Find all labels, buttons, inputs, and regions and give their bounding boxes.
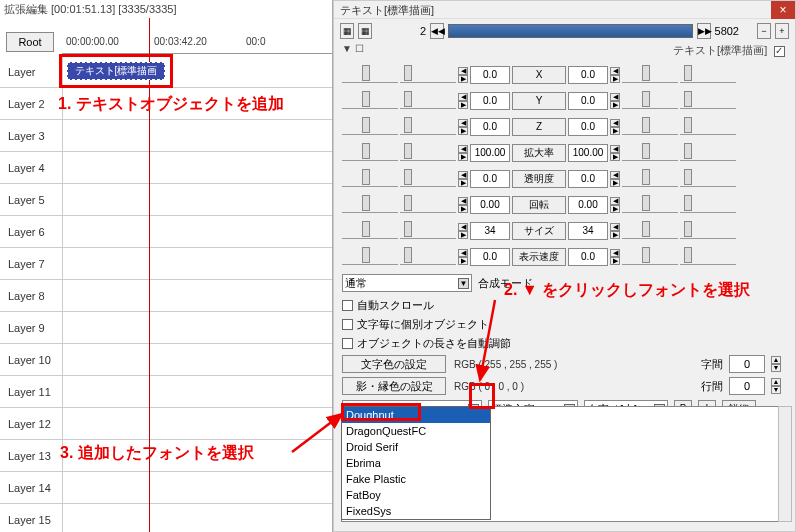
spinner[interactable]: ◀▶: [610, 249, 620, 265]
value-left[interactable]: 0.0: [470, 170, 510, 188]
text-clip[interactable]: テキスト[標準描画: [67, 62, 165, 80]
close-button[interactable]: ×: [771, 1, 795, 19]
layer-label[interactable]: Layer 14: [8, 476, 56, 500]
value-right[interactable]: 34: [568, 222, 608, 240]
spinner[interactable]: ◀▶: [610, 145, 620, 161]
frame-slider[interactable]: [448, 24, 693, 38]
layer-label[interactable]: Layer 5: [8, 188, 56, 212]
slider-left[interactable]: [342, 249, 398, 265]
shadow-color-button[interactable]: 影・縁色の設定: [342, 377, 446, 395]
slider-right[interactable]: [622, 67, 678, 83]
layer-label[interactable]: Layer 4: [8, 156, 56, 180]
spinner[interactable]: ◀▶: [458, 171, 468, 187]
slider-left[interactable]: [342, 223, 398, 239]
slider-left2[interactable]: [400, 223, 456, 239]
slider-left[interactable]: [342, 67, 398, 83]
checkbox[interactable]: [342, 300, 353, 311]
value-left[interactable]: 34: [470, 222, 510, 240]
layer-track[interactable]: [62, 440, 332, 471]
checkbox[interactable]: [342, 338, 353, 349]
layer-label[interactable]: Layer 15: [8, 508, 56, 532]
spinner[interactable]: ◀▶: [458, 145, 468, 161]
layer-track[interactable]: [62, 376, 332, 407]
slider-left[interactable]: [342, 197, 398, 213]
slider-left2[interactable]: [400, 145, 456, 161]
spinner[interactable]: ◀▶: [458, 197, 468, 213]
layer-track[interactable]: [62, 184, 332, 215]
layer-track[interactable]: [62, 216, 332, 247]
font-option[interactable]: Ebrima: [342, 455, 490, 471]
layer-label[interactable]: Layer 8: [8, 284, 56, 308]
slider-right2[interactable]: [680, 249, 736, 265]
section-enable-checkbox[interactable]: [774, 46, 785, 57]
slider-right[interactable]: [622, 171, 678, 187]
font-option[interactable]: DragonQuestFC: [342, 423, 490, 439]
layer-label[interactable]: Layer 11: [8, 380, 56, 404]
value-left[interactable]: 0.0: [470, 66, 510, 84]
slider-left2[interactable]: [400, 93, 456, 109]
text-scrollbar[interactable]: [778, 406, 792, 522]
param-button[interactable]: 拡大率: [512, 144, 566, 162]
slider-right2[interactable]: [680, 119, 736, 135]
layer-label[interactable]: Layer 12: [8, 412, 56, 436]
layer-track[interactable]: [62, 344, 332, 375]
layer-track[interactable]: [62, 472, 332, 503]
toolbar-icon-1[interactable]: ▦: [340, 23, 354, 39]
text-color-button[interactable]: 文字色の設定: [342, 355, 446, 373]
frame-minus[interactable]: −: [757, 23, 771, 39]
toolbar-icon-2[interactable]: ▦: [358, 23, 372, 39]
layer-label[interactable]: Layer 9: [8, 316, 56, 340]
layer-label[interactable]: Layer 6: [8, 220, 56, 244]
font-option[interactable]: Doughnut: [342, 407, 490, 423]
slider-left[interactable]: [342, 145, 398, 161]
spinner[interactable]: ◀▶: [458, 67, 468, 83]
root-button[interactable]: Root: [6, 32, 54, 52]
layer-track[interactable]: [62, 152, 332, 183]
spinner[interactable]: ◀▶: [458, 119, 468, 135]
font-option[interactable]: Droid Serif: [342, 439, 490, 455]
layer-track[interactable]: [62, 120, 332, 151]
slider-left2[interactable]: [400, 171, 456, 187]
layer-label[interactable]: Layer 3: [8, 124, 56, 148]
font-option[interactable]: FixedSys: [342, 503, 490, 519]
frame-prev-fast[interactable]: ◀◀: [430, 23, 444, 39]
spinner[interactable]: ◀▶: [458, 249, 468, 265]
value-right[interactable]: 0.00: [568, 196, 608, 214]
slider-left[interactable]: [342, 93, 398, 109]
layer-track[interactable]: [62, 280, 332, 311]
line-spinner[interactable]: ▲▼: [771, 378, 781, 394]
font-dropdown-list[interactable]: DoughnutDragonQuestFCDroid SerifEbrimaFa…: [341, 406, 491, 520]
timeline-ruler[interactable]: 00:00:00.00 00:03:42.20 00:0: [62, 32, 332, 54]
line-input[interactable]: 0: [729, 377, 765, 395]
slider-right[interactable]: [622, 197, 678, 213]
value-left[interactable]: 0.0: [470, 248, 510, 266]
slider-left[interactable]: [342, 119, 398, 135]
layer-label[interactable]: Layer 7: [8, 252, 56, 276]
slider-right2[interactable]: [680, 93, 736, 109]
layer-label[interactable]: Layer 2: [8, 92, 56, 116]
layer-label[interactable]: Layer 13: [8, 444, 56, 468]
frame-plus[interactable]: +: [775, 23, 789, 39]
blend-mode-combo[interactable]: 通常 ▼: [342, 274, 472, 292]
param-button[interactable]: 回転: [512, 196, 566, 214]
value-right[interactable]: 0.0: [568, 92, 608, 110]
value-left[interactable]: 0.0: [470, 118, 510, 136]
slider-left2[interactable]: [400, 197, 456, 213]
slider-right2[interactable]: [680, 145, 736, 161]
layer-label[interactable]: Layer 10: [8, 348, 56, 372]
frame-next-fast[interactable]: ▶▶: [697, 23, 711, 39]
slider-left2[interactable]: [400, 67, 456, 83]
spinner[interactable]: ◀▶: [610, 93, 620, 109]
font-option[interactable]: FatBoy: [342, 487, 490, 503]
value-right[interactable]: 0.0: [568, 248, 608, 266]
slider-right2[interactable]: [680, 67, 736, 83]
checkbox[interactable]: [342, 319, 353, 330]
layer-track[interactable]: [62, 504, 332, 532]
slider-right[interactable]: [622, 145, 678, 161]
spacing-spinner[interactable]: ▲▼: [771, 356, 781, 372]
param-button[interactable]: 表示速度: [512, 248, 566, 266]
value-right[interactable]: 100.00: [568, 144, 608, 162]
value-left[interactable]: 0.0: [470, 92, 510, 110]
value-right[interactable]: 0.0: [568, 118, 608, 136]
layer-track[interactable]: [62, 248, 332, 279]
